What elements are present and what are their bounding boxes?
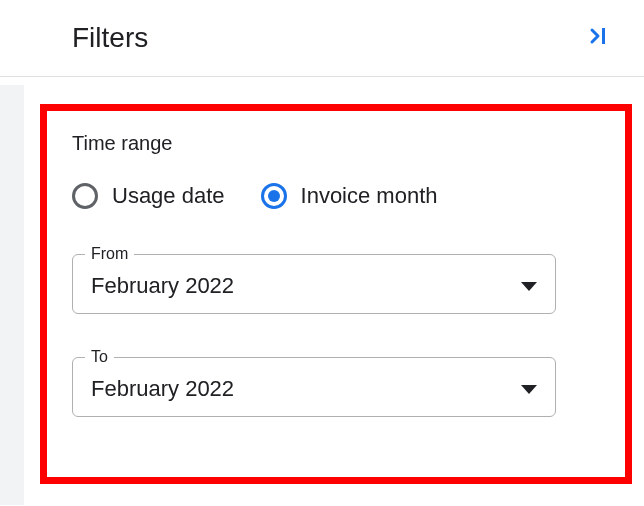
to-legend: To [85,348,114,366]
to-date-select[interactable]: To February 2022 [72,348,556,417]
svg-rect-0 [602,28,605,44]
filters-title: Filters [72,22,148,54]
from-select-inner: February 2022 [73,263,555,313]
to-date-value: February 2022 [91,376,234,402]
to-select-inner: February 2022 [73,366,555,416]
radio-checked-icon [261,183,287,209]
collapse-panel-icon[interactable] [580,16,620,60]
from-legend: From [85,245,134,263]
radio-dot-icon [268,190,280,202]
left-rail [0,85,24,505]
usage-date-radio-label: Usage date [112,183,225,209]
radio-unchecked-icon [72,183,98,209]
filters-content: Time range Usage date Invoice month From… [40,104,632,479]
invoice-month-radio-label: Invoice month [301,183,438,209]
time-range-label: Time range [72,132,620,155]
from-date-select[interactable]: From February 2022 [72,245,556,314]
usage-date-radio[interactable]: Usage date [72,183,225,209]
invoice-month-radio[interactable]: Invoice month [261,183,438,209]
filters-header: Filters [0,0,644,77]
time-range-radio-group: Usage date Invoice month [72,183,620,209]
chevron-down-icon [521,282,537,291]
from-date-value: February 2022 [91,273,234,299]
chevron-down-icon [521,385,537,394]
